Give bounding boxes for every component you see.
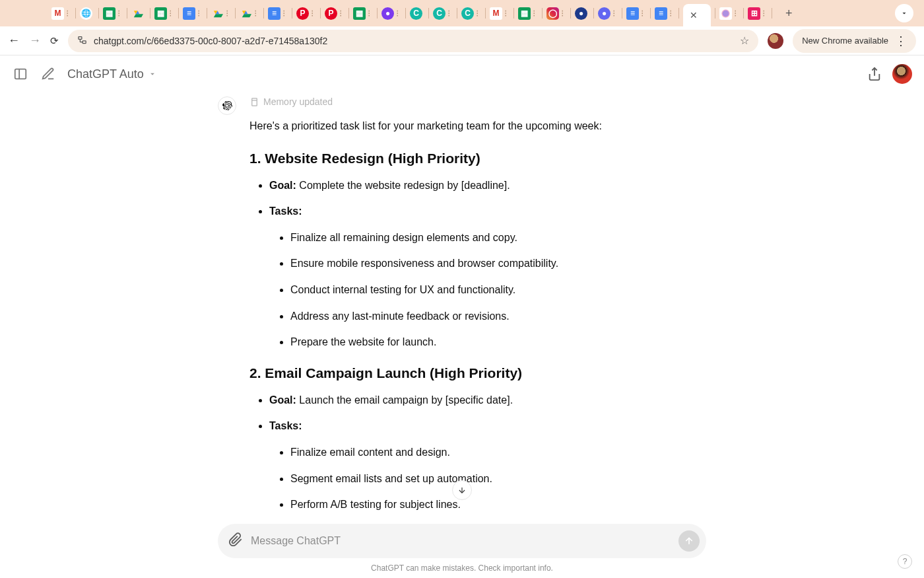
message-input[interactable] [251,535,671,547]
site-settings-icon[interactable] [77,35,87,47]
section-heading: 2. Email Campaign Launch (High Priority) [249,365,706,381]
url-bar[interactable]: chatgpt.com/c/66ed3375-00c0-8007-a2d7-e7… [68,30,758,52]
composer [218,524,706,558]
tab-docs-icon[interactable]: ≡ [655,7,667,20]
svg-rect-1 [82,40,86,43]
goal-item: Goal: Complete the website redesign by [… [269,177,706,194]
goal-item: Goal: Launch the email campaign by [spec… [269,392,706,409]
chrome-update-label: New Chrome available [802,36,888,46]
user-avatar[interactable] [892,64,912,84]
tab-sheets-icon[interactable]: ▦ [103,7,116,20]
tab-chatgpt-icon[interactable] [719,7,732,20]
subtask-item: Address any last-minute feedback or revi… [290,308,706,325]
tab-sheets-icon[interactable]: ▦ [518,7,531,20]
disclaimer-text: ChatGPT can make mistakes. Check importa… [371,563,553,573]
goal-label: Goal: [269,394,296,406]
tab-app-icon[interactable]: ● [575,7,587,20]
tasks-item: Tasks: Finalize all remaining design ele… [269,203,706,351]
tab-drive-icon[interactable] [131,7,144,20]
tab-app-icon[interactable]: C [461,7,474,20]
bookmark-star-icon[interactable]: ☆ [740,34,749,47]
forward-button[interactable]: → [29,34,41,48]
conversation-content: Memory updated Here's a prioritized task… [0,92,924,575]
subtask-item: Prepare the website for launch. [290,334,706,351]
section-heading: 1. Website Redesign (High Priority) [249,151,706,166]
subtask-item: Conduct internal testing for UX and func… [290,281,706,299]
app-header: ChatGPT Auto [0,55,924,92]
assistant-avatar-icon [218,96,236,115]
tab-pinterest-icon[interactable]: P [296,7,309,20]
tasks-label: Tasks: [269,205,302,217]
share-button[interactable] [867,67,882,81]
tab-drive-icon[interactable] [240,7,252,20]
svg-rect-0 [79,36,82,39]
tab-docs-icon[interactable]: ≡ [268,7,280,20]
svg-rect-4 [15,69,26,79]
tab-sheets-icon[interactable]: ▦ [353,7,366,20]
chrome-menu-icon[interactable]: ⋮ [895,34,907,48]
input-area: ChatGPT can make mistakes. Check importa… [0,524,924,578]
reload-button[interactable]: ⟳ [50,35,59,47]
tab-docs-icon[interactable]: ≡ [183,7,195,20]
goal-label: Goal: [269,180,296,191]
chrome-profile-avatar[interactable] [768,33,783,49]
intro-text: Here's a prioritized task list for your … [249,118,706,135]
subtask-item: Finalize email content and design. [290,444,706,461]
new-tab-button[interactable]: + [785,7,793,20]
tab-globe-icon[interactable]: 🌐 [80,7,92,20]
memory-label: Memory updated [263,96,333,107]
attach-button[interactable] [228,532,243,550]
tab-app-icon[interactable]: C [410,7,422,20]
subtask-item: Finalize all remaining design elements a… [290,229,706,246]
tab-app-icon[interactable]: C [433,7,446,20]
chrome-update-button[interactable]: New Chrome available ⋮ [793,29,916,53]
svg-rect-7 [252,98,257,105]
scroll-down-button[interactable] [452,480,472,500]
subtask-item: Segment email lists and set up automatio… [290,470,706,488]
subtask-item: Perform A/B testing for subject lines. [290,496,706,513]
close-tab-icon[interactable]: ✕ [690,10,698,20]
tabs-dropdown-button[interactable] [895,4,913,22]
tab-app-icon[interactable]: ⊞ [748,7,760,20]
new-chat-button[interactable] [40,65,57,83]
goal-text: Launch the email campaign by [specific d… [296,394,513,406]
assistant-message: Memory updated Here's a prioritized task… [218,95,706,575]
back-button[interactable]: ← [8,34,20,48]
active-tab[interactable]: ✕ [683,4,711,26]
tab-app-icon[interactable]: ● [598,7,610,20]
goal-text: Complete the website redesign by [deadli… [296,180,510,191]
task-list: Goal: Complete the website redesign by [… [249,177,706,351]
subtask-item: Ensure mobile responsiveness and browser… [290,255,706,272]
tab-app-icon[interactable]: ● [381,7,394,20]
tab-drive-icon[interactable] [211,7,224,20]
help-button[interactable]: ? [898,554,912,569]
model-name: ChatGPT Auto [67,67,144,81]
sidebar-toggle-button[interactable] [12,65,29,83]
browser-tabs-strip: M⁝ 🌐 ▦⁝ ▦⁝ ≡⁝ ⁝ ⁝ ≡⁝ P⁝ P⁝ ▦⁝ ●⁝ C C⁝ C⁝… [0,0,924,26]
model-switcher[interactable]: ChatGPT Auto [67,67,157,81]
tab-instagram-icon[interactable]: ◯ [546,7,559,20]
tab-gmail-icon[interactable]: M [490,7,502,20]
tab-gmail-icon[interactable]: M [51,7,64,20]
subtask-list: Finalize all remaining design elements a… [269,229,706,351]
tasks-label: Tasks: [269,420,302,431]
tab-sheets-icon[interactable]: ▦ [154,7,167,20]
tab-docs-icon[interactable]: ≡ [626,7,639,20]
url-text[interactable]: chatgpt.com/c/66ed3375-00c0-8007-a2d7-e7… [94,36,733,46]
address-bar: ← → ⟳ chatgpt.com/c/66ed3375-00c0-8007-a… [0,26,924,55]
tab-pinterest-icon[interactable]: P [325,7,337,20]
send-button[interactable] [678,530,700,552]
memory-updated-badge: Memory updated [249,96,333,107]
